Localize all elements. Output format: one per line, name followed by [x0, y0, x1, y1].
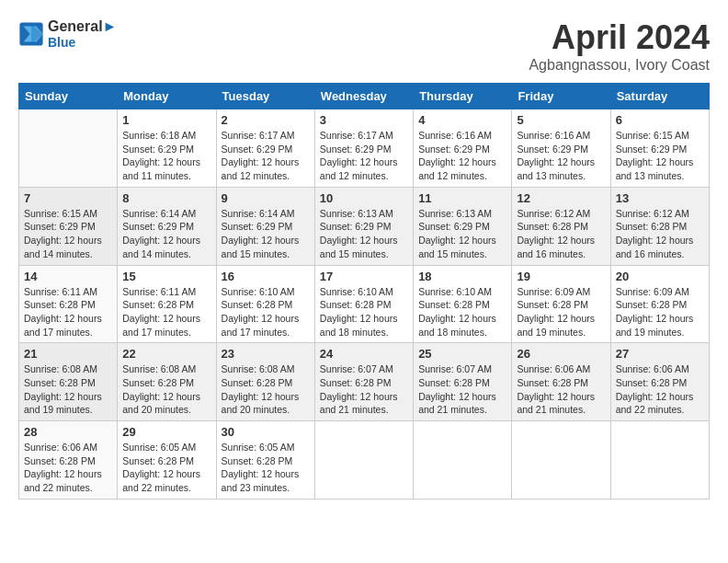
page-header: General► Blue April 2024 Agbangnassou, I… [18, 18, 710, 74]
day-info: Sunrise: 6:16 AM Sunset: 6:29 PM Dayligh… [418, 129, 506, 183]
calendar-cell: 21Sunrise: 6:08 AM Sunset: 6:28 PM Dayli… [19, 343, 118, 421]
day-info: Sunrise: 6:15 AM Sunset: 6:29 PM Dayligh… [24, 207, 112, 261]
day-info: Sunrise: 6:07 AM Sunset: 6:28 PM Dayligh… [418, 362, 506, 417]
calendar-cell: 8Sunrise: 6:14 AM Sunset: 6:29 PM Daylig… [118, 187, 216, 265]
logo: General► Blue [18, 18, 117, 50]
calendar-cell: 13Sunrise: 6:12 AM Sunset: 6:28 PM Dayli… [610, 187, 709, 265]
calendar-cell: 30Sunrise: 6:05 AM Sunset: 6:28 PM Dayli… [216, 421, 314, 500]
calendar-cell: 1Sunrise: 6:18 AM Sunset: 6:29 PM Daylig… [118, 109, 216, 188]
calendar-cell [610, 421, 709, 500]
day-number: 3 [320, 113, 408, 127]
calendar-cell: 24Sunrise: 6:07 AM Sunset: 6:28 PM Dayli… [314, 343, 413, 421]
calendar-cell: 28Sunrise: 6:06 AM Sunset: 6:28 PM Dayli… [19, 421, 118, 500]
logo-icon [18, 21, 44, 47]
day-number: 12 [517, 191, 605, 205]
day-number: 22 [122, 347, 210, 361]
day-number: 14 [24, 270, 112, 283]
day-info: Sunrise: 6:14 AM Sunset: 6:29 PM Dayligh… [222, 207, 310, 261]
day-number: 15 [122, 270, 210, 283]
calendar-cell: 10Sunrise: 6:13 AM Sunset: 6:29 PM Dayli… [314, 187, 413, 265]
day-number: 6 [616, 113, 704, 127]
week-row-3: 14Sunrise: 6:11 AM Sunset: 6:28 PM Dayli… [19, 265, 710, 343]
day-info: Sunrise: 6:05 AM Sunset: 6:28 PM Dayligh… [122, 441, 210, 495]
calendar-cell: 22Sunrise: 6:08 AM Sunset: 6:28 PM Dayli… [118, 343, 216, 421]
day-number: 7 [24, 191, 112, 205]
calendar-cell [414, 421, 512, 500]
calendar-cell [19, 109, 118, 188]
day-info: Sunrise: 6:09 AM Sunset: 6:28 PM Dayligh… [616, 285, 704, 339]
calendar-cell: 25Sunrise: 6:07 AM Sunset: 6:28 PM Dayli… [414, 343, 512, 421]
day-number: 18 [418, 270, 506, 283]
calendar-cell: 19Sunrise: 6:09 AM Sunset: 6:28 PM Dayli… [512, 265, 610, 343]
calendar-cell: 6Sunrise: 6:15 AM Sunset: 6:29 PM Daylig… [610, 109, 709, 188]
day-info: Sunrise: 6:15 AM Sunset: 6:29 PM Dayligh… [616, 129, 704, 183]
calendar-cell: 3Sunrise: 6:17 AM Sunset: 6:29 PM Daylig… [314, 109, 413, 188]
day-number: 19 [517, 270, 605, 283]
day-number: 16 [222, 270, 310, 283]
logo-text: General► Blue [48, 18, 117, 50]
day-number: 5 [517, 113, 605, 127]
day-number: 2 [222, 113, 310, 127]
day-number: 28 [24, 425, 112, 439]
calendar-title: April 2024 [529, 18, 710, 57]
day-number: 29 [122, 425, 210, 439]
day-info: Sunrise: 6:09 AM Sunset: 6:28 PM Dayligh… [517, 285, 605, 339]
day-info: Sunrise: 6:06 AM Sunset: 6:28 PM Dayligh… [24, 441, 112, 495]
day-number: 4 [418, 113, 506, 127]
calendar-cell: 11Sunrise: 6:13 AM Sunset: 6:29 PM Dayli… [414, 187, 512, 265]
day-number: 17 [320, 270, 408, 283]
calendar-cell: 5Sunrise: 6:16 AM Sunset: 6:29 PM Daylig… [512, 109, 610, 188]
calendar-cell: 15Sunrise: 6:11 AM Sunset: 6:28 PM Dayli… [118, 265, 216, 343]
day-number: 20 [616, 270, 704, 283]
calendar-cell: 17Sunrise: 6:10 AM Sunset: 6:28 PM Dayli… [314, 265, 413, 343]
calendar-cell: 4Sunrise: 6:16 AM Sunset: 6:29 PM Daylig… [414, 109, 512, 188]
calendar-cell: 29Sunrise: 6:05 AM Sunset: 6:28 PM Dayli… [118, 421, 216, 500]
col-friday: Friday [512, 84, 610, 109]
day-info: Sunrise: 6:16 AM Sunset: 6:29 PM Dayligh… [517, 129, 605, 183]
calendar-table: Sunday Monday Tuesday Wednesday Thursday… [18, 83, 710, 500]
day-info: Sunrise: 6:10 AM Sunset: 6:28 PM Dayligh… [222, 285, 310, 339]
day-number: 10 [320, 191, 408, 205]
calendar-subtitle: Agbangnassou, Ivory Coast [529, 57, 710, 74]
week-row-4: 21Sunrise: 6:08 AM Sunset: 6:28 PM Dayli… [19, 343, 710, 421]
calendar-cell: 14Sunrise: 6:11 AM Sunset: 6:28 PM Dayli… [19, 265, 118, 343]
day-number: 9 [222, 191, 310, 205]
week-row-5: 28Sunrise: 6:06 AM Sunset: 6:28 PM Dayli… [19, 421, 710, 500]
col-sunday: Sunday [19, 84, 118, 109]
day-info: Sunrise: 6:07 AM Sunset: 6:28 PM Dayligh… [320, 362, 408, 417]
day-info: Sunrise: 6:13 AM Sunset: 6:29 PM Dayligh… [418, 207, 506, 261]
calendar-cell: 12Sunrise: 6:12 AM Sunset: 6:28 PM Dayli… [512, 187, 610, 265]
day-info: Sunrise: 6:17 AM Sunset: 6:29 PM Dayligh… [320, 129, 408, 183]
day-info: Sunrise: 6:06 AM Sunset: 6:28 PM Dayligh… [616, 362, 704, 417]
calendar-cell: 7Sunrise: 6:15 AM Sunset: 6:29 PM Daylig… [19, 187, 118, 265]
title-block: April 2024 Agbangnassou, Ivory Coast [529, 18, 710, 74]
header-row: Sunday Monday Tuesday Wednesday Thursday… [19, 84, 710, 109]
day-info: Sunrise: 6:08 AM Sunset: 6:28 PM Dayligh… [122, 362, 210, 417]
day-info: Sunrise: 6:18 AM Sunset: 6:29 PM Dayligh… [122, 129, 210, 183]
day-number: 23 [222, 347, 310, 361]
col-thursday: Thursday [414, 84, 512, 109]
day-info: Sunrise: 6:08 AM Sunset: 6:28 PM Dayligh… [24, 362, 112, 417]
day-info: Sunrise: 6:05 AM Sunset: 6:28 PM Dayligh… [222, 441, 310, 495]
day-info: Sunrise: 6:10 AM Sunset: 6:28 PM Dayligh… [418, 285, 506, 339]
day-info: Sunrise: 6:13 AM Sunset: 6:29 PM Dayligh… [320, 207, 408, 261]
calendar-cell: 18Sunrise: 6:10 AM Sunset: 6:28 PM Dayli… [414, 265, 512, 343]
col-wednesday: Wednesday [314, 84, 413, 109]
day-info: Sunrise: 6:14 AM Sunset: 6:29 PM Dayligh… [122, 207, 210, 261]
calendar-cell: 2Sunrise: 6:17 AM Sunset: 6:29 PM Daylig… [216, 109, 314, 188]
calendar-cell: 20Sunrise: 6:09 AM Sunset: 6:28 PM Dayli… [610, 265, 709, 343]
calendar-cell: 26Sunrise: 6:06 AM Sunset: 6:28 PM Dayli… [512, 343, 610, 421]
week-row-2: 7Sunrise: 6:15 AM Sunset: 6:29 PM Daylig… [19, 187, 710, 265]
day-info: Sunrise: 6:11 AM Sunset: 6:28 PM Dayligh… [24, 285, 112, 339]
day-number: 30 [222, 425, 310, 439]
day-number: 1 [122, 113, 210, 127]
col-saturday: Saturday [610, 84, 709, 109]
day-number: 11 [418, 191, 506, 205]
day-number: 26 [517, 347, 605, 361]
calendar-cell: 23Sunrise: 6:08 AM Sunset: 6:28 PM Dayli… [216, 343, 314, 421]
week-row-1: 1Sunrise: 6:18 AM Sunset: 6:29 PM Daylig… [19, 109, 710, 188]
calendar-cell [512, 421, 610, 500]
calendar-cell [314, 421, 413, 500]
calendar-cell: 9Sunrise: 6:14 AM Sunset: 6:29 PM Daylig… [216, 187, 314, 265]
day-number: 13 [616, 191, 704, 205]
